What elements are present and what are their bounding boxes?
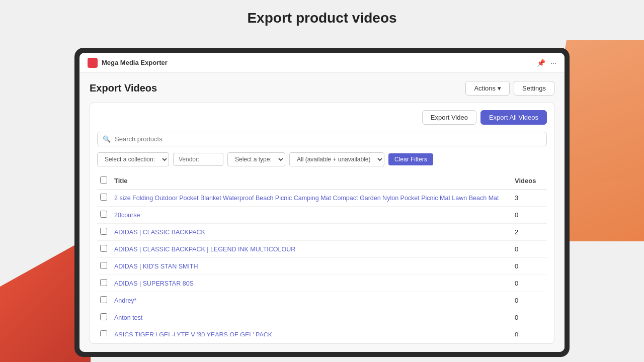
row-videos-count: 0: [512, 292, 547, 309]
product-title-link[interactable]: ADIDAS | KID'S STAN SMITH: [114, 263, 198, 270]
row-title: Anton test: [111, 309, 512, 326]
search-input[interactable]: [115, 135, 541, 143]
row-videos-count: 0: [512, 309, 547, 326]
topbar-icons: 📌 ···: [537, 59, 556, 67]
product-title-link[interactable]: 20course: [114, 212, 140, 219]
row-checkbox-cell: [97, 258, 111, 275]
row-title: ADIDAS | CLASSIC BACKPACK: [111, 224, 512, 241]
product-title-link[interactable]: 2 size Folding Outdoor Pocket Blanket Wa…: [114, 195, 499, 202]
export-all-label: Export All Videos: [489, 114, 538, 121]
main-panel: Export Video Export All Videos 🔍 Select …: [90, 103, 554, 344]
product-title-link[interactable]: Andrey*: [114, 297, 136, 304]
row-checkbox[interactable]: [100, 296, 107, 303]
table-row: ADIDAS | CLASSIC BACKPACK | LEGEND INK M…: [97, 241, 547, 258]
pin-icon[interactable]: 📌: [537, 59, 545, 67]
row-title: ASICS TIGER | GEL-LYTE V '30 YEARS OF GE…: [111, 326, 512, 337]
table-header: Title Videos: [97, 172, 547, 190]
row-checkbox-cell: [97, 309, 111, 326]
product-title-link[interactable]: Anton test: [114, 314, 142, 321]
row-videos-count: 0: [512, 275, 547, 292]
app-topbar: Mega Media Exporter 📌 ···: [79, 53, 565, 73]
actions-label: Actions: [474, 84, 496, 92]
clear-filters-label: Clear Filters: [394, 156, 427, 163]
table-row: ASICS TIGER | GEL-LYTE V '30 YEARS OF GE…: [97, 326, 547, 337]
row-videos-count: 0: [512, 241, 547, 258]
app-name-label: Mega Media Exporter: [102, 59, 537, 66]
search-bar: 🔍: [97, 132, 547, 146]
export-all-videos-button[interactable]: Export All Videos: [480, 110, 547, 125]
row-checkbox[interactable]: [100, 330, 107, 336]
row-videos-count: 2: [512, 224, 547, 241]
row-checkbox-cell: [97, 190, 111, 207]
export-video-label: Export Video: [431, 114, 468, 121]
row-checkbox-cell: [97, 241, 111, 258]
clear-filters-button[interactable]: Clear Filters: [388, 153, 433, 165]
availability-filter[interactable]: All (available + unavailable): [289, 152, 384, 166]
type-filter[interactable]: Select a type:: [227, 152, 285, 166]
product-title-link[interactable]: ADIDAS | CLASSIC BACKPACK: [114, 229, 205, 236]
app-content: Export Videos Actions ▾ Settings Expor: [79, 73, 565, 352]
row-title: ADIDAS | KID'S STAN SMITH: [111, 258, 512, 275]
export-video-button[interactable]: Export Video: [422, 110, 476, 125]
table-row: ADIDAS | KID'S STAN SMITH0: [97, 258, 547, 275]
row-checkbox-cell: [97, 224, 111, 241]
collection-filter[interactable]: Select a collection:: [97, 152, 169, 166]
product-title-link[interactable]: ADIDAS | CLASSIC BACKPACK | LEGEND INK M…: [114, 246, 295, 253]
row-checkbox-cell: [97, 292, 111, 309]
row-videos-count: 0: [512, 326, 547, 337]
select-all-checkbox[interactable]: [100, 176, 107, 184]
row-checkbox[interactable]: [100, 313, 107, 320]
row-title: ADIDAS | CLASSIC BACKPACK | LEGEND INK M…: [111, 241, 512, 258]
content-header: Export Videos Actions ▾ Settings: [90, 81, 554, 96]
row-title: ADIDAS | SUPERSTAR 80S: [111, 275, 512, 292]
product-title-link[interactable]: ADIDAS | SUPERSTAR 80S: [114, 280, 194, 287]
actions-button[interactable]: Actions ▾: [465, 81, 510, 96]
export-row: Export Video Export All Videos: [97, 110, 547, 125]
settings-button[interactable]: Settings: [514, 81, 554, 96]
row-checkbox[interactable]: [100, 194, 107, 201]
filters-row: Select a collection: Select a type: All …: [97, 152, 547, 166]
th-title: Title: [111, 172, 512, 190]
table-row: Anton test0: [97, 309, 547, 326]
row-checkbox[interactable]: [100, 262, 107, 269]
row-title: 20course: [111, 207, 512, 224]
row-videos-count: 0: [512, 207, 547, 224]
product-title-link[interactable]: ASICS TIGER | GEL-LYTE V '30 YEARS OF GE…: [114, 331, 272, 336]
row-checkbox[interactable]: [100, 228, 107, 235]
actions-chevron-icon: ▾: [498, 84, 501, 92]
product-table: Title Videos 2 size Folding Outdoor Pock…: [97, 172, 547, 336]
vendor-filter[interactable]: [173, 153, 223, 166]
table-row: 20course0: [97, 207, 547, 224]
row-checkbox-cell: [97, 207, 111, 224]
table-row: ADIDAS | SUPERSTAR 80S0: [97, 275, 547, 292]
content-title: Export Videos: [90, 82, 157, 94]
th-select-all: [97, 172, 111, 190]
row-checkbox[interactable]: [100, 245, 107, 252]
row-videos-count: 0: [512, 258, 547, 275]
page-title: Export product videos: [0, 10, 644, 26]
table-row: 2 size Folding Outdoor Pocket Blanket Wa…: [97, 190, 547, 207]
settings-label: Settings: [522, 84, 546, 92]
th-videos: Videos: [512, 172, 547, 190]
table-row: Andrey*0: [97, 292, 547, 309]
app-logo: [88, 58, 98, 68]
header-buttons: Actions ▾ Settings: [465, 81, 554, 96]
row-checkbox[interactable]: [100, 279, 107, 286]
row-checkbox-cell: [97, 326, 111, 337]
more-icon[interactable]: ···: [550, 59, 556, 67]
row-checkbox[interactable]: [100, 211, 107, 218]
row-checkbox-cell: [97, 275, 111, 292]
row-videos-count: 3: [512, 190, 547, 207]
table-row: ADIDAS | CLASSIC BACKPACK2: [97, 224, 547, 241]
tablet-frame: Mega Media Exporter 📌 ··· Export Videos …: [74, 48, 570, 357]
row-title: Andrey*: [111, 292, 512, 309]
search-icon: 🔍: [103, 135, 111, 143]
row-title: 2 size Folding Outdoor Pocket Blanket Wa…: [111, 190, 512, 207]
tablet-screen: Mega Media Exporter 📌 ··· Export Videos …: [79, 53, 565, 352]
table-body: 2 size Folding Outdoor Pocket Blanket Wa…: [97, 190, 547, 337]
products-list: Title Videos 2 size Folding Outdoor Pock…: [97, 172, 547, 336]
